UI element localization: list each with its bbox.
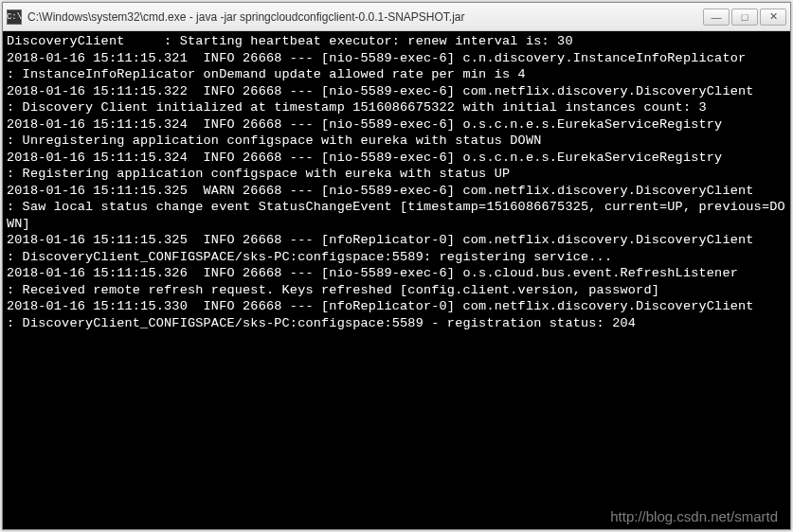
- titlebar[interactable]: C:\ C:\Windows\system32\cmd.exe - java -…: [3, 3, 790, 31]
- window-frame: C:\ C:\Windows\system32\cmd.exe - java -…: [2, 2, 791, 530]
- window-controls: — □ ✕: [703, 9, 786, 26]
- terminal-output[interactable]: DiscoveryClient : Starting heartbeat exe…: [3, 31, 790, 529]
- minimize-button[interactable]: —: [703, 9, 730, 26]
- cmd-icon: C:\: [7, 9, 22, 25]
- close-button[interactable]: ✕: [760, 9, 786, 26]
- window-title: C:\Windows\system32\cmd.exe - java -jar …: [27, 10, 703, 24]
- maximize-button[interactable]: □: [731, 9, 758, 26]
